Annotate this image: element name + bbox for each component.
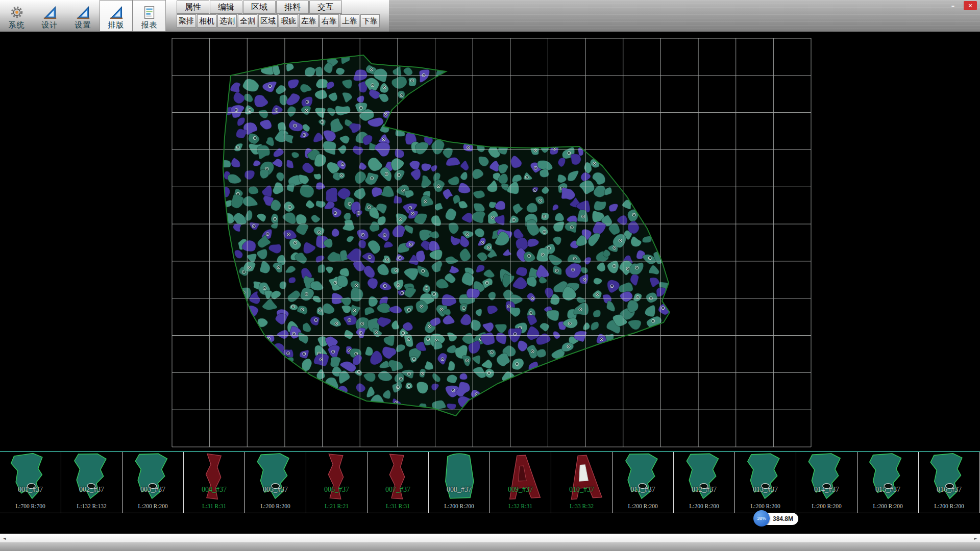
piece-name: 001_#37 (0, 486, 61, 494)
menu-tab-interact[interactable]: 交互 (309, 1, 342, 14)
piece-name: 002_#37 (61, 486, 122, 494)
app-button-label: 系统 (9, 20, 25, 30)
piece-preview (309, 452, 364, 502)
piece-preview (738, 452, 793, 502)
menu-tab-properties[interactable]: 属性 (177, 1, 209, 14)
menu-tab-material[interactable]: 排料 (276, 1, 309, 14)
piece-counts: L:200 R:200 (919, 503, 979, 509)
piece-counts: L:200 R:200 (857, 503, 918, 509)
piece-thumbnail[interactable]: 014_#37L:200 R:200 (796, 452, 857, 513)
piece-counts: L:33 R:32 (551, 503, 612, 509)
nesting-canvas[interactable] (0, 32, 980, 451)
tool-button-region[interactable]: 区域 (258, 14, 278, 28)
tool-button-cluster[interactable]: 聚排 (177, 14, 196, 28)
piece-name: 011_#37 (612, 486, 673, 494)
piece-name: 003_#37 (122, 486, 183, 494)
window-controls: – ✕ (946, 1, 977, 10)
piece-counts: L:200 R:200 (796, 503, 857, 509)
app-button-label: 排版 (108, 20, 125, 30)
piece-thumbnail[interactable]: 005_#37L:200 R:200 (245, 452, 306, 513)
nesting-canvas-svg[interactable] (0, 32, 980, 451)
piece-name: 006_#37 (306, 486, 367, 494)
tool-button-defect[interactable]: 瑕疵 (279, 14, 298, 28)
piece-counts: L:200 R:200 (612, 503, 673, 509)
tool-button-align-bottom[interactable]: 下靠 (360, 14, 380, 28)
piece-thumbnail[interactable]: 004_#37L:31 R:31 (184, 452, 245, 513)
triangle-icon (42, 5, 58, 20)
tool-button-align-top[interactable]: 上靠 (340, 14, 359, 28)
close-button[interactable]: ✕ (964, 1, 977, 10)
piece-name: 015_#37 (857, 486, 918, 494)
menu-tab-edit[interactable]: 编辑 (210, 1, 242, 14)
piece-thumbnail[interactable]: 016_#37L:200 R:200 (919, 452, 980, 513)
piece-preview (677, 452, 732, 502)
piece-preview (799, 452, 854, 502)
piece-name: 005_#37 (245, 486, 306, 494)
piece-preview (861, 452, 916, 502)
piece-preview (432, 452, 487, 502)
piece-thumbnail[interactable]: 013_#37L:200 R:200 (735, 452, 796, 513)
piece-preview (126, 452, 181, 502)
tool-button-align-right[interactable]: 右靠 (320, 14, 339, 28)
main-toolbar: 系统设计设置排版报表 属性编辑区域排料交互 聚排相机选割全割区域瑕疵左靠右靠上靠… (0, 0, 980, 32)
tool-button-cut-all[interactable]: 全割 (238, 14, 257, 28)
progress-badge: 384.8M 38% (753, 510, 802, 528)
app-button-design[interactable]: 设计 (33, 0, 66, 32)
piece-counts: L:200 R:200 (245, 503, 306, 509)
piece-thumbnail[interactable]: 002_#37L:132 R:132 (61, 452, 122, 513)
triangle-icon (76, 5, 91, 20)
piece-counts: L:200 R:200 (674, 503, 734, 509)
piece-thumbnail[interactable]: 015_#37L:200 R:200 (857, 452, 919, 513)
tool-button-select-cut[interactable]: 选割 (217, 14, 237, 28)
piece-preview (3, 452, 58, 502)
piece-counts: L:31 R:31 (368, 503, 428, 509)
piece-thumbnail[interactable]: 011_#37L:200 R:200 (612, 452, 674, 513)
app-button-settings[interactable]: 设置 (66, 0, 100, 32)
piece-thumbnail[interactable]: 001_#37L:700 R:700 (0, 452, 61, 513)
piece-thumbnail[interactable]: 007_#37L:31 R:31 (368, 452, 429, 513)
piece-counts: L:132 R:132 (61, 503, 122, 509)
piece-preview (554, 452, 609, 502)
piece-preview (493, 452, 548, 502)
piece-name: 007_#37 (368, 486, 428, 494)
piece-counts: L:31 R:31 (184, 503, 244, 509)
progress-circle: 38% (753, 510, 770, 527)
triangle-icon (109, 5, 124, 20)
scroll-left-button[interactable]: ◄ (0, 534, 9, 542)
menu-area: 属性编辑区域排料交互 聚排相机选割全割区域瑕疵左靠右靠上靠下靠 (177, 1, 380, 28)
app-button-system[interactable]: 系统 (0, 0, 33, 32)
piece-thumbnail[interactable]: 008_#37L:200 R:200 (429, 452, 490, 513)
piece-preview (616, 452, 671, 502)
piece-strip: 001_#37L:700 R:700002_#37L:132 R:132003_… (0, 451, 980, 513)
piece-counts: L:700 R:700 (0, 503, 61, 509)
status-bar (0, 542, 980, 551)
tool-button-row: 聚排相机选割全割区域瑕疵左靠右靠上靠下靠 (177, 14, 380, 28)
app-button-report[interactable]: 报表 (133, 0, 166, 32)
app-button-label: 设置 (75, 20, 91, 30)
piece-thumbnail[interactable]: 010_#37L:33 R:32 (551, 452, 612, 513)
piece-name: 016_#37 (919, 486, 979, 494)
toolbar-texture (389, 0, 980, 32)
scroll-right-button[interactable]: ► (971, 534, 980, 542)
app-button-label: 报表 (141, 20, 158, 30)
report-icon (142, 5, 157, 20)
piece-thumbnail[interactable]: 012_#37L:200 R:200 (674, 452, 735, 513)
tool-button-align-left[interactable]: 左靠 (299, 14, 318, 28)
horizontal-scrollbar[interactable]: ◄ ► (0, 534, 980, 542)
minimize-button[interactable]: – (946, 1, 960, 10)
piece-preview (64, 452, 119, 502)
app-button-label: 设计 (42, 20, 58, 30)
tool-button-camera[interactable]: 相机 (197, 14, 216, 28)
menu-tab-region[interactable]: 区域 (243, 1, 276, 14)
piece-thumbnail[interactable]: 006_#37L:21 R:21 (306, 452, 368, 513)
gear-icon (9, 5, 24, 20)
app-launcher: 系统设计设置排版报表 (0, 0, 166, 32)
piece-name: 013_#37 (735, 486, 796, 494)
piece-counts: L:200 R:200 (429, 503, 489, 509)
menu-tab-row: 属性编辑区域排料交互 (177, 1, 380, 14)
app-button-nesting[interactable]: 排版 (100, 0, 133, 32)
piece-counts: L:32 R:31 (490, 503, 551, 509)
piece-thumbnail[interactable]: 003_#37L:200 R:200 (122, 452, 184, 513)
piece-name: 014_#37 (796, 486, 857, 494)
piece-thumbnail[interactable]: 009_#37L:32 R:31 (490, 452, 551, 513)
